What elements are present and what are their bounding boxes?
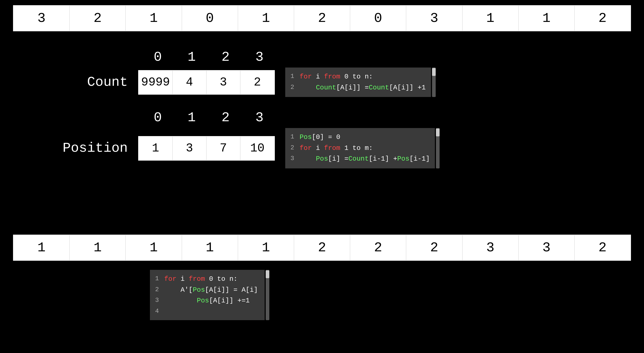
bottom-array: 1 1 1 1 1 2 2 2 3 3 2 [13,235,631,261]
count-array: 9999 4 3 2 [138,70,275,95]
position-cell-1: 3 [173,137,206,160]
bottom-code-line-2: 2 A'[Pos[A[i]] = A[i] [155,285,259,296]
top-array-cell-7: 3 [406,6,462,31]
top-array-cell-5: 2 [294,6,350,31]
position-label: Position [13,141,138,156]
position-code-box: 1 Pos[0] = 0 2 for i from 1 to m: 3 Pos[… [285,128,435,168]
position-cell-3: 10 [240,137,274,160]
position-index-1: 1 [175,110,209,125]
bottom-code-wrapper: 1 for i from 0 to n: 2 A'[Pos[A[i]] = A[… [145,270,269,320]
bottom-array-cell-10: 2 [575,235,630,260]
position-cell-2: 7 [206,137,240,160]
top-array-cell-2: 1 [126,6,182,31]
bottom-array-cell-8: 3 [463,235,519,260]
count-label: Count [13,75,138,90]
count-code-line-2: 2 Count[A[i]] =Count[A[i]] +1 [290,82,426,93]
bottom-array-cell-4: 1 [238,235,294,260]
count-index-2: 2 [209,50,242,65]
count-cell-2: 3 [206,71,240,94]
count-code-scrollbar-thumb[interactable] [432,68,436,76]
middle-section: 0 1 2 3 Count 9999 4 3 2 1 for i from 0 … [13,42,631,168]
position-array: 1 3 7 10 [138,136,275,161]
count-code-line-1: 1 for i from 0 to n: [290,71,426,82]
bottom-code-scrollbar[interactable] [266,270,269,320]
position-code-line-3: 3 Pos[i] =Count[i-1] +Pos[i-1] [290,154,430,165]
count-cell-0: 9999 [139,71,173,94]
top-array: 3 2 1 0 1 2 0 3 1 1 2 [13,5,631,31]
position-index-2: 2 [209,110,242,125]
position-index-row: 0 1 2 3 [141,110,631,125]
count-section: 0 1 2 3 Count 9999 4 3 2 1 for i from 0 … [13,50,631,97]
bottom-array-cell-6: 2 [350,235,406,260]
count-index-3: 3 [242,50,276,65]
bottom-array-cell-1: 1 [70,235,126,260]
count-cell-3: 2 [240,71,274,94]
count-code-wrapper: 1 for i from 0 to n: 2 Count[A[i]] =Coun… [280,68,436,97]
top-array-cell-6: 0 [350,6,406,31]
count-index-0: 0 [141,50,175,65]
position-index-0: 0 [141,110,175,125]
bottom-code-box: 1 for i from 0 to n: 2 A'[Pos[A[i]] = A[… [150,270,265,320]
position-cell-0: 1 [139,137,173,160]
bottom-code-line-1: 1 for i from 0 to n: [155,274,259,285]
count-index-row: 0 1 2 3 [141,50,631,65]
position-code-wrapper: 1 Pos[0] = 0 2 for i from 1 to m: 3 Pos[… [280,128,440,168]
count-cell-1: 4 [173,71,206,94]
bottom-code-line-3: 3 Pos[A[i]] +=1 [155,295,259,306]
position-section: 0 1 2 3 Position 1 3 7 10 1 Pos[0] = 0 [13,110,631,168]
top-array-cell-8: 1 [463,6,519,31]
top-array-cell-9: 1 [519,6,575,31]
top-array-cell-0: 3 [14,6,70,31]
top-array-cell-3: 0 [182,6,238,31]
top-array-cell-1: 2 [70,6,126,31]
top-array-cell-10: 2 [575,6,630,31]
bottom-array-cell-0: 1 [14,235,70,260]
bottom-array-cell-3: 1 [182,235,238,260]
bottom-code-scrollbar-thumb[interactable] [266,270,269,278]
top-array-cell-4: 1 [238,6,294,31]
bottom-array-cell-2: 1 [126,235,182,260]
bottom-array-cell-7: 2 [406,235,462,260]
bottom-array-cell-9: 3 [519,235,575,260]
position-index-3: 3 [242,110,276,125]
position-code-scrollbar-thumb[interactable] [436,129,440,136]
count-code-box: 1 for i from 0 to n: 2 Count[A[i]] =Coun… [285,68,431,97]
position-code-scrollbar[interactable] [436,128,440,168]
bottom-array-cell-5: 2 [294,235,350,260]
bottom-code-line-4: 4 [155,306,259,316]
count-label-array: Count 9999 4 3 2 1 for i from 0 to n: 2 … [13,68,631,97]
position-label-array: Position 1 3 7 10 1 Pos[0] = 0 2 for i f… [13,128,631,168]
count-code-scrollbar[interactable] [432,68,436,97]
position-code-line-1: 1 Pos[0] = 0 [290,132,430,143]
position-code-line-2: 2 for i from 1 to m: [290,143,430,154]
count-index-1: 1 [175,50,209,65]
